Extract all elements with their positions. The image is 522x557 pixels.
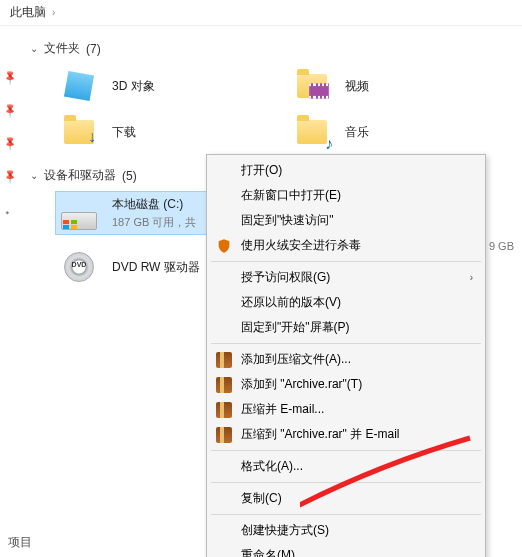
folder-items: 3D 对象 视频 ↓ 下载 ♪ 音乐 bbox=[20, 65, 522, 153]
chevron-right-icon: › bbox=[52, 7, 55, 18]
group-folders-title: 文件夹 bbox=[44, 40, 80, 57]
menu-separator bbox=[211, 514, 481, 515]
item-music[interactable]: ♪ 音乐 bbox=[289, 111, 522, 153]
menu-separator bbox=[211, 343, 481, 344]
menu-rar-email-named[interactable]: 压缩到 "Archive.rar" 并 E-mail bbox=[209, 422, 483, 447]
archive-icon bbox=[215, 351, 233, 369]
caret-down-icon: ⌄ bbox=[30, 43, 38, 54]
archive-icon bbox=[215, 426, 233, 444]
drive-freespace: 187 GB 可用，共 bbox=[112, 215, 196, 230]
menu-rename[interactable]: 重命名(M) bbox=[209, 543, 483, 557]
menu-rar-email[interactable]: 压缩并 E-mail... bbox=[209, 397, 483, 422]
group-folders-header[interactable]: ⌄ 文件夹 (7) bbox=[20, 34, 522, 65]
folder-icon: ↓ bbox=[62, 115, 96, 149]
menu-separator bbox=[211, 482, 481, 483]
item-label: DVD RW 驱动器 bbox=[112, 259, 200, 276]
item-label: 下载 bbox=[112, 124, 136, 141]
menu-pin-start[interactable]: 固定到"开始"屏幕(P) bbox=[209, 315, 483, 340]
item-label: 音乐 bbox=[345, 124, 369, 141]
menu-restore-versions[interactable]: 还原以前的版本(V) bbox=[209, 290, 483, 315]
menu-separator bbox=[211, 261, 481, 262]
pin-icon: 📌 bbox=[2, 135, 18, 151]
item-downloads[interactable]: ↓ 下载 bbox=[56, 111, 289, 153]
folder-icon bbox=[295, 69, 329, 103]
pin-icon: ▪ bbox=[2, 201, 18, 217]
item-label: 视频 bbox=[345, 78, 369, 95]
menu-grant-access[interactable]: 授予访问权限(G)› bbox=[209, 265, 483, 290]
menu-rar-add-named[interactable]: 添加到 "Archive.rar"(T) bbox=[209, 372, 483, 397]
archive-icon bbox=[215, 376, 233, 394]
pin-icon: 📌 bbox=[2, 102, 18, 118]
folder-icon: ♪ bbox=[295, 115, 329, 149]
drive-text: 本地磁盘 (C:) 187 GB 可用，共 bbox=[112, 196, 196, 230]
pin-column: 📌 📌 📌 📌 ▪ bbox=[4, 72, 16, 215]
group-devices-count: (5) bbox=[122, 169, 137, 183]
cube-icon bbox=[62, 69, 96, 103]
context-menu: 打开(O) 在新窗口中打开(E) 固定到"快速访问" 使用火绒安全进行杀毒 授予… bbox=[206, 154, 486, 557]
breadcrumb-root[interactable]: 此电脑 bbox=[10, 4, 46, 21]
menu-huorong-scan[interactable]: 使用火绒安全进行杀毒 bbox=[209, 233, 483, 258]
pin-icon: 📌 bbox=[2, 168, 18, 184]
breadcrumb[interactable]: 此电脑 › bbox=[0, 0, 522, 26]
group-folders-count: (7) bbox=[86, 42, 101, 56]
partial-size-text: 9 GB bbox=[489, 240, 514, 252]
item-label: 3D 对象 bbox=[112, 78, 155, 95]
menu-separator bbox=[211, 450, 481, 451]
status-bar-items: 项目 bbox=[8, 534, 32, 551]
group-devices-title: 设备和驱动器 bbox=[44, 167, 116, 184]
shield-icon bbox=[215, 237, 233, 255]
menu-copy[interactable]: 复制(C) bbox=[209, 486, 483, 511]
archive-icon bbox=[215, 401, 233, 419]
item-videos[interactable]: 视频 bbox=[289, 65, 522, 107]
pin-icon: 📌 bbox=[2, 69, 18, 85]
item-label: 本地磁盘 (C:) bbox=[112, 196, 196, 213]
menu-open-new-window[interactable]: 在新窗口中打开(E) bbox=[209, 183, 483, 208]
dvd-icon: DVD bbox=[62, 250, 96, 284]
item-3d-objects[interactable]: 3D 对象 bbox=[56, 65, 289, 107]
menu-create-shortcut[interactable]: 创建快捷方式(S) bbox=[209, 518, 483, 543]
chevron-right-icon: › bbox=[470, 272, 473, 283]
menu-rar-add[interactable]: 添加到压缩文件(A)... bbox=[209, 347, 483, 372]
menu-format[interactable]: 格式化(A)... bbox=[209, 454, 483, 479]
menu-open[interactable]: 打开(O) bbox=[209, 158, 483, 183]
menu-pin-quick-access[interactable]: 固定到"快速访问" bbox=[209, 208, 483, 233]
caret-down-icon: ⌄ bbox=[30, 170, 38, 181]
drive-icon bbox=[62, 196, 96, 230]
